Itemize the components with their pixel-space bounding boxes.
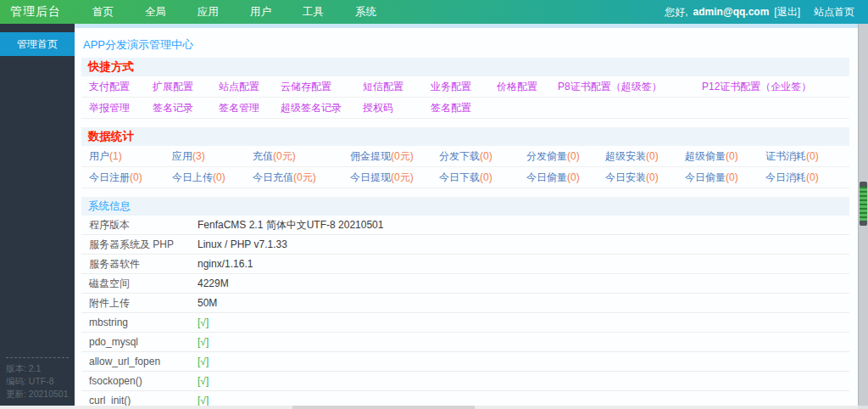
sidebar-footer: 版本: 2.1 编码: UTF-8 更新: 20210501 <box>6 357 69 401</box>
user-email: admin@qq.com <box>693 6 770 18</box>
stat-today-registered: 今日注册(0) <box>89 171 172 185</box>
link-sign-records[interactable]: 签名记录 <box>153 101 219 115</box>
spacer <box>75 188 858 197</box>
table-row-curl-init: curl_init() [√] <box>81 391 849 406</box>
nav-tools[interactable]: 工具 <box>289 0 337 24</box>
logout-link[interactable]: [退出] <box>774 5 800 20</box>
system-info-panel: 系统信息 程序版本 FenfaCMS 2.1 简体中文UTF-8 2021050… <box>81 197 849 406</box>
link-sms-config[interactable]: 短信配置 <box>363 80 431 94</box>
vertical-scrollbar-track[interactable] <box>858 24 868 406</box>
site-home-link[interactable]: 站点首页 <box>814 5 854 20</box>
user-area: 您好, admin@qq.com [退出] 站点首页 <box>665 5 868 20</box>
top-nav: 首页 全局 应用 用户 工具 系统 <box>75 0 390 24</box>
shortcuts-row-1: 支付配置 扩展配置 站点配置 云储存配置 短信配置 业务配置 价格配置 P8证书… <box>81 76 849 98</box>
stat-today-downloads: 今日下载(0) <box>439 171 526 185</box>
stats-row-1: 用户(1) 应用(3) 充值(0元) 佣金提现(0元) 分发下载(0) 分发偷量… <box>81 146 849 167</box>
stat-today-recharge: 今日充值(0元) <box>253 171 350 185</box>
stat-today-withdraw: 今日提现(0元) <box>350 171 439 185</box>
link-price-config[interactable]: 价格配置 <box>497 80 558 94</box>
table-row-server-os-php: 服务器系统及 PHP Linux / PHP v7.1.33 <box>81 235 849 255</box>
link-business-config[interactable]: 业务配置 <box>431 80 497 94</box>
stats-row-2: 今日注册(0) 今日上传(0) 今日充值(0元) 今日提现(0元) 今日下载(0… <box>81 167 849 188</box>
nav-users[interactable]: 用户 <box>236 0 285 24</box>
stat-today-stolen-1: 今日偷量(0) <box>526 171 605 185</box>
sidebar-version: 版本: 2.1 <box>6 362 69 375</box>
check-icon: [√] <box>198 395 849 406</box>
stat-dist-stolen: 分发偷量(0) <box>526 149 605 164</box>
link-sign-manage[interactable]: 签名管理 <box>219 101 281 115</box>
nav-home[interactable]: 首页 <box>79 0 127 24</box>
sidebar-updated: 更新: 20210501 <box>6 388 69 401</box>
table-row-server-software: 服务器软件 nginx/1.16.1 <box>81 255 849 274</box>
link-extend-config[interactable]: 扩展配置 <box>153 80 219 94</box>
spacer <box>75 119 858 127</box>
table-row-disk-space: 磁盘空间 4229M <box>81 274 849 294</box>
scrollbar-corner <box>858 406 868 409</box>
stat-apps: 应用(3) <box>172 149 253 164</box>
stat-cert-consumed: 证书消耗(0) <box>765 149 849 164</box>
page-title: APP分发演示管理中心 <box>75 28 858 58</box>
link-pay-config[interactable]: 支付配置 <box>89 80 153 94</box>
stat-dist-downloads: 分发下载(0) <box>439 149 526 164</box>
horizontal-scrollbar-thumb[interactable] <box>292 406 475 409</box>
top-bar: 管理后台 首页 全局 应用 用户 工具 系统 您好, admin@qq.com … <box>0 0 868 24</box>
table-row-mbstring: mbstring [√] <box>81 313 849 333</box>
check-icon: [√] <box>198 336 849 348</box>
vertical-scrollbar-thumb[interactable] <box>860 182 867 226</box>
table-row-allow-url-fopen: allow_url_fopen [√] <box>81 352 849 372</box>
nav-global[interactable]: 全局 <box>131 0 180 24</box>
nav-apps[interactable]: 应用 <box>184 0 232 24</box>
stat-today-uploads: 今日上传(0) <box>172 171 253 185</box>
sidebar-encoding: 编码: UTF-8 <box>6 375 69 388</box>
stat-today-consumed: 今日消耗(0) <box>765 171 849 185</box>
shortcuts-section-title: 快捷方式 <box>81 58 849 76</box>
link-p8-cert-config[interactable]: P8证书配置（超级签） <box>558 80 702 94</box>
app-title: 管理后台 <box>0 4 75 20</box>
nav-system[interactable]: 系统 <box>342 0 390 24</box>
stat-super-stolen: 超级偷量(0) <box>685 149 765 164</box>
table-row-fsockopen: fsockopen() [√] <box>81 372 849 391</box>
stat-today-installs: 今日安装(0) <box>605 171 685 185</box>
link-sign-config[interactable]: 签名配置 <box>431 101 849 115</box>
stat-super-installs: 超级安装(0) <box>605 149 685 164</box>
stats-section-title: 数据统计 <box>81 127 849 146</box>
link-super-sign-records[interactable]: 超级签名记录 <box>281 101 363 115</box>
sidebar: 管理首页 版本: 2.1 编码: UTF-8 更新: 20210501 <box>0 24 75 406</box>
shortcuts-panel: 快捷方式 支付配置 扩展配置 站点配置 云储存配置 短信配置 业务配置 价格配置… <box>81 58 849 119</box>
link-cloud-storage-config[interactable]: 云储存配置 <box>281 80 363 94</box>
greeting-text: 您好, <box>665 5 687 20</box>
main-content: APP分发演示管理中心 快捷方式 支付配置 扩展配置 站点配置 云储存配置 短信… <box>75 24 858 406</box>
shortcuts-row-2: 举报管理 签名记录 签名管理 超级签名记录 授权码 签名配置 <box>81 98 849 119</box>
stat-users: 用户(1) <box>89 149 172 164</box>
system-section-title: 系统信息 <box>81 197 849 216</box>
check-icon: [√] <box>198 317 849 328</box>
link-report-manage[interactable]: 举报管理 <box>89 101 153 115</box>
stat-today-stolen-2: 今日偷量(0) <box>685 171 765 185</box>
check-icon: [√] <box>198 375 849 387</box>
link-auth-code[interactable]: 授权码 <box>363 101 431 115</box>
stat-commission-withdraw: 佣金提现(0元) <box>350 149 439 164</box>
horizontal-scrollbar-track[interactable] <box>0 406 858 409</box>
link-p12-cert-config[interactable]: P12证书配置（企业签） <box>702 80 849 94</box>
check-icon: [√] <box>198 356 849 367</box>
stats-panel: 数据统计 用户(1) 应用(3) 充值(0元) 佣金提现(0元) 分发下载(0)… <box>81 127 849 188</box>
table-row-upload-limit: 附件上传 50M <box>81 294 849 313</box>
table-row-pdo-mysql: pdo_mysql [√] <box>81 333 849 352</box>
link-site-config[interactable]: 站点配置 <box>219 80 281 94</box>
table-row-program-version: 程序版本 FenfaCMS 2.1 简体中文UTF-8 20210501 <box>81 216 849 235</box>
sidebar-item-admin-home[interactable]: 管理首页 <box>0 32 75 56</box>
stat-recharge: 充值(0元) <box>253 149 350 164</box>
